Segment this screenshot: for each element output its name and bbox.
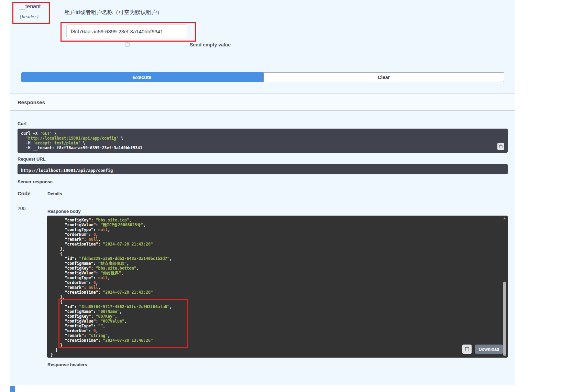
details-column-header: Details [47, 191, 62, 196]
download-button[interactable]: Download [475, 345, 503, 354]
code-line: -H 'accept: text/plain' \ [21, 141, 504, 145]
clipboard-icon [465, 346, 470, 352]
copy-curl-button[interactable] [497, 143, 504, 150]
response-body-scrollbar[interactable] [503, 216, 507, 357]
code-line: "creationTime": "2024-07-28 21:43:20" [51, 290, 504, 295]
code-line: "creationTime": "2024-07-28 21:43:20" [51, 242, 504, 247]
code-line: } [51, 352, 504, 357]
code-line: "remark": null, [51, 285, 504, 290]
code-column-header: Code [18, 190, 31, 196]
annotation-box-json-object [58, 299, 188, 348]
next-opblock-corner [10, 386, 15, 392]
code-line: "configValue": "赣ICP备20008025号", [51, 222, 504, 227]
responses-title: Responses [18, 99, 45, 105]
server-response-label: Server response [18, 179, 53, 184]
code-line: curl -X 'GET' \ [21, 131, 504, 136]
annotation-box-input [60, 22, 196, 42]
status-code: 200 [18, 206, 25, 211]
code-line: "remark": null, [51, 237, 504, 242]
code-line: "orderNum": 0, [51, 232, 504, 237]
scrollbar-thumb[interactable] [503, 282, 506, 356]
code-line: ] [51, 348, 504, 352]
code-line: -H __tenant: f8cf76aa-ac59-6399-23ef-3a1… [21, 145, 504, 150]
scroll-down-arrow-icon[interactable] [503, 354, 506, 356]
code-line: "configKey": "bbs.site.bottom", [51, 266, 504, 271]
code-line: "configName": "站点底部信息", [51, 261, 504, 266]
code-line: "configType": null, [51, 275, 504, 280]
response-headers-label: Response headers [47, 362, 87, 367]
table-header-divider [18, 201, 508, 201]
clear-button[interactable]: Clear [263, 72, 504, 82]
code-line: "id": "fddae229-a2e9-ddb3-648a-3a140bc1b… [51, 256, 504, 261]
request-url-label: Request URL [18, 156, 46, 162]
annotation-box-tenant [12, 2, 50, 24]
code-line: "configType": null, [51, 227, 504, 232]
param-description: 租户id或者租户名称（可空为默认租户） [65, 9, 162, 16]
request-url-block: http://localhost:19001/api/app/config [18, 164, 508, 174]
swagger-operation-page: __tenant (header) 租户id或者租户名称（可空为默认租户） Se… [0, 0, 573, 392]
execute-button[interactable]: Execute [21, 72, 263, 82]
code-line: "orderNum": 0, [51, 280, 504, 285]
curl-label: Curl [18, 121, 26, 126]
clipboard-icon [499, 143, 503, 150]
code-line: 'http://localhost:19001/api/app/config' … [21, 136, 504, 141]
code-line: { [51, 251, 504, 256]
code-line: "configValue": "你好世界", [51, 271, 504, 275]
code-line: "configKey": "bbs.site.icp", [51, 218, 504, 222]
copy-response-button[interactable] [462, 345, 472, 354]
send-empty-checkbox[interactable] [125, 42, 130, 47]
curl-block: curl -X 'GET' \ 'http://localhost:19001/… [18, 129, 508, 153]
code-line: }, [51, 247, 504, 251]
send-empty-label: Send empty value [190, 42, 231, 47]
request-url-value: http://localhost:19001/api/app/config [21, 168, 113, 173]
curl-code: curl -X 'GET' \ 'http://localhost:19001/… [21, 131, 504, 150]
responses-section-header: Responses [10, 94, 515, 111]
response-body-label: Response body [47, 209, 81, 214]
scroll-up-arrow-icon[interactable] [503, 217, 506, 219]
